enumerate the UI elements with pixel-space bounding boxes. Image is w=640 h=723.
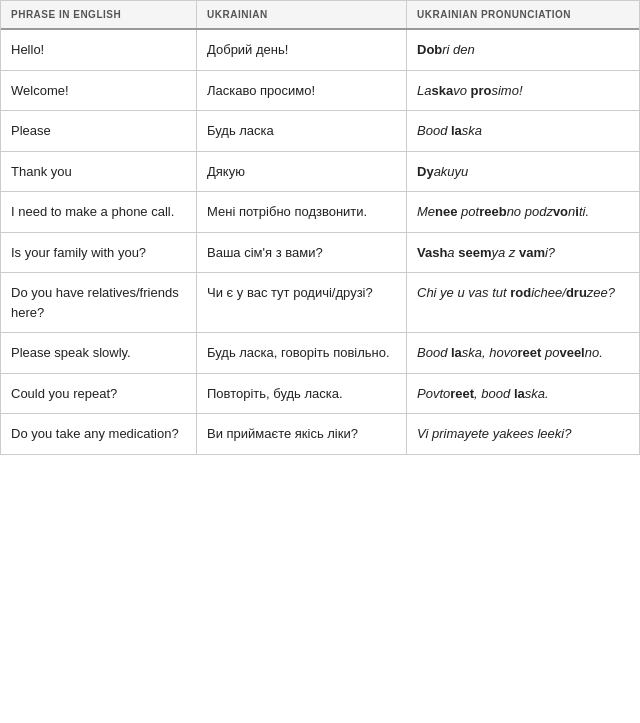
- table-row: PleaseБудь ласкаBood laska: [1, 111, 639, 152]
- table-row: Could you repeat?Повторіть, будь ласка.P…: [1, 374, 639, 415]
- cell-ukrainian: Мені потрібно подзвонити.: [197, 192, 407, 232]
- cell-pronunciation: Laskavo prosimo!: [407, 71, 640, 111]
- cell-pronunciation: Chi ye u vas tut rodichee/druzee?: [407, 273, 640, 332]
- table-row: Thank youДякуюDyakuyu: [1, 152, 639, 193]
- header-pronunciation: UKRAINIAN PRONUNCIATION: [407, 1, 640, 28]
- table-row: Do you take any medication?Ви приймаєте …: [1, 414, 639, 454]
- cell-ukrainian: Повторіть, будь ласка.: [197, 374, 407, 414]
- table-row: I need to make a phone call.Мені потрібн…: [1, 192, 639, 233]
- header-english: PHRASE IN ENGLISH: [1, 1, 197, 28]
- cell-english: Do you take any medication?: [1, 414, 197, 454]
- cell-english: Could you repeat?: [1, 374, 197, 414]
- cell-english: Please: [1, 111, 197, 151]
- cell-ukrainian: Ви приймаєте якісь ліки?: [197, 414, 407, 454]
- table-row: Do you have relatives/friends here?Чи є …: [1, 273, 639, 333]
- cell-pronunciation: Bood laska, hovoreet poveelno.: [407, 333, 640, 373]
- cell-pronunciation: Vi primayete yakees leeki?: [407, 414, 640, 454]
- cell-ukrainian: Будь ласка, говоріть повільно.: [197, 333, 407, 373]
- table-row: Please speak slowly.Будь ласка, говоріть…: [1, 333, 639, 374]
- cell-english: Is your family with you?: [1, 233, 197, 273]
- cell-english: Welcome!: [1, 71, 197, 111]
- table-row: Welcome!Ласкаво просимо!Laskavo prosimo!: [1, 71, 639, 112]
- table-body: Hello!Добрий день!Dobri denWelcome!Ласка…: [1, 30, 639, 454]
- cell-english: Do you have relatives/friends here?: [1, 273, 197, 332]
- cell-ukrainian: Добрий день!: [197, 30, 407, 70]
- cell-pronunciation: Menee potreebno podzvoniti.: [407, 192, 640, 232]
- cell-pronunciation: Vasha seemya z vami?: [407, 233, 640, 273]
- cell-ukrainian: Чи є у вас тут родичі/друзі?: [197, 273, 407, 332]
- cell-pronunciation: Bood laska: [407, 111, 640, 151]
- cell-pronunciation: Dobri den: [407, 30, 640, 70]
- cell-ukrainian: Ваша сім'я з вами?: [197, 233, 407, 273]
- phrase-table: PHRASE IN ENGLISH UKRAINIAN UKRAINIAN PR…: [0, 0, 640, 455]
- cell-english: I need to make a phone call.: [1, 192, 197, 232]
- table-row: Hello!Добрий день!Dobri den: [1, 30, 639, 71]
- table-header-row: PHRASE IN ENGLISH UKRAINIAN UKRAINIAN PR…: [1, 1, 639, 30]
- header-ukrainian: UKRAINIAN: [197, 1, 407, 28]
- cell-ukrainian: Будь ласка: [197, 111, 407, 151]
- cell-english: Please speak slowly.: [1, 333, 197, 373]
- cell-pronunciation: Dyakuyu: [407, 152, 640, 192]
- cell-ukrainian: Ласкаво просимо!: [197, 71, 407, 111]
- cell-ukrainian: Дякую: [197, 152, 407, 192]
- cell-pronunciation: Povtoreet, bood laska.: [407, 374, 640, 414]
- cell-english: Hello!: [1, 30, 197, 70]
- cell-english: Thank you: [1, 152, 197, 192]
- table-row: Is your family with you?Ваша сім'я з вам…: [1, 233, 639, 274]
